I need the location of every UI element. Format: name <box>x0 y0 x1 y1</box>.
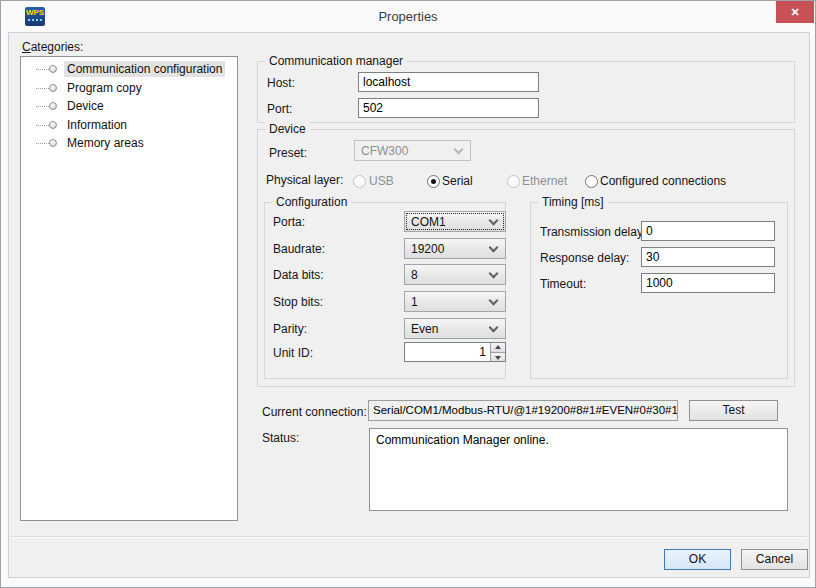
preset-label: Preset: <box>269 146 307 160</box>
tree-item-device[interactable]: Device <box>21 97 237 116</box>
unit-id-stepper[interactable]: 1 <box>404 342 506 362</box>
parity-value: Even <box>411 322 438 336</box>
window-title: Properties <box>1 9 815 24</box>
tree-item-label: Device <box>64 98 107 114</box>
data-bits-label: Data bits: <box>273 268 324 282</box>
tree-item-label: Communication configuration <box>64 61 225 77</box>
spinner-buttons <box>490 343 505 361</box>
cancel-button[interactable]: Cancel <box>741 549 808 570</box>
configuration-group-title: Configuration <box>272 195 351 209</box>
porta-select[interactable]: COM1 <box>404 211 506 232</box>
footer-separator <box>10 536 807 538</box>
tree-guide-line <box>36 106 49 107</box>
tree-item-communication-configuration[interactable]: Communication configuration <box>21 60 237 79</box>
tree-item-program-copy[interactable]: Program copy <box>21 79 237 98</box>
porta-value: COM1 <box>411 215 446 229</box>
data-bits-value: 8 <box>411 268 418 282</box>
radio-usb-label: USB <box>369 174 394 188</box>
chevron-down-icon <box>489 269 499 279</box>
tree-node-icon <box>49 121 57 129</box>
radio-configured-connections-label: Configured connections <box>600 174 726 188</box>
chevron-down-icon <box>489 243 499 253</box>
baudrate-label: Baudrate: <box>273 242 325 256</box>
chevron-down-icon <box>489 323 499 333</box>
tree-item-label: Memory areas <box>64 135 147 151</box>
port-input[interactable] <box>358 98 539 118</box>
chevron-down-icon <box>454 145 464 155</box>
porta-label: Porta: <box>273 215 305 229</box>
tree-item-memory-areas[interactable]: Memory areas <box>21 134 237 153</box>
status-label: Status: <box>262 431 299 445</box>
host-label: Host: <box>267 76 295 90</box>
categories-label: Categories: <box>22 40 83 54</box>
arrow-down-icon <box>495 356 501 360</box>
baudrate-value: 19200 <box>411 242 444 256</box>
transmission-delay-label: Transmission delay: <box>540 225 646 239</box>
chevron-down-icon <box>489 296 499 306</box>
timeout-input[interactable] <box>641 273 775 293</box>
stop-bits-select[interactable]: 1 <box>404 291 506 312</box>
baudrate-select[interactable]: 19200 <box>404 238 506 259</box>
current-connection-value: Serial/COM1/Modbus-RTU/@1#19200#8#1#EVEN… <box>368 400 678 421</box>
properties-dialog: WPS Properties ✕ Categories: Communicati… <box>0 0 816 588</box>
radio-serial[interactable] <box>427 175 440 188</box>
radio-serial-label: Serial <box>442 174 473 188</box>
data-bits-select[interactable]: 8 <box>404 264 506 285</box>
ok-button[interactable]: OK <box>664 549 731 570</box>
status-textarea[interactable]: Communication Manager online. <box>369 428 788 511</box>
communication-manager-group-title: Communication manager <box>265 54 407 68</box>
host-input[interactable] <box>358 72 539 92</box>
tree-guide-line <box>36 125 49 126</box>
port-label: Port: <box>267 102 292 116</box>
arrow-up-icon <box>495 345 501 349</box>
stop-bits-label: Stop bits: <box>273 295 323 309</box>
current-connection-label: Current connection: <box>262 405 367 419</box>
spin-up-button[interactable] <box>490 343 505 352</box>
unit-id-value: 1 <box>479 345 486 359</box>
tree-item-label: Information <box>64 117 130 133</box>
timeout-label: Timeout: <box>540 277 586 291</box>
timing-group-title: Timing [ms] <box>538 195 608 209</box>
response-delay-input[interactable] <box>641 247 775 267</box>
tree-item-information[interactable]: Information <box>21 116 237 135</box>
tree-node-icon <box>49 84 57 92</box>
chevron-down-icon <box>489 216 499 226</box>
radio-configured-connections[interactable] <box>585 175 598 188</box>
tree-node-icon <box>49 139 57 147</box>
close-button[interactable]: ✕ <box>776 1 814 23</box>
response-delay-label: Response delay: <box>540 251 629 265</box>
preset-value: CFW300 <box>361 144 408 158</box>
stop-bits-value: 1 <box>411 295 418 309</box>
preset-select: CFW300 <box>354 140 471 161</box>
unit-id-label: Unit ID: <box>273 346 313 360</box>
close-icon: ✕ <box>790 6 799 18</box>
physical-layer-label: Physical layer: <box>266 173 343 187</box>
radio-ethernet-label: Ethernet <box>522 174 567 188</box>
tree-node-icon <box>49 65 57 73</box>
tree-guide-line <box>36 88 49 89</box>
tree-guide-line <box>36 69 49 70</box>
transmission-delay-input[interactable] <box>641 221 775 241</box>
parity-label: Parity: <box>273 322 307 336</box>
categories-tree: Communication configuration Program copy… <box>20 56 238 521</box>
tree-node-icon <box>49 102 57 110</box>
tree-guide-line <box>36 143 49 144</box>
radio-usb <box>353 175 366 188</box>
parity-select[interactable]: Even <box>404 318 506 339</box>
spin-down-button[interactable] <box>490 352 505 361</box>
device-group-title: Device <box>265 122 310 136</box>
tree-item-label: Program copy <box>64 80 145 96</box>
test-button[interactable]: Test <box>689 400 778 421</box>
radio-ethernet <box>507 175 520 188</box>
